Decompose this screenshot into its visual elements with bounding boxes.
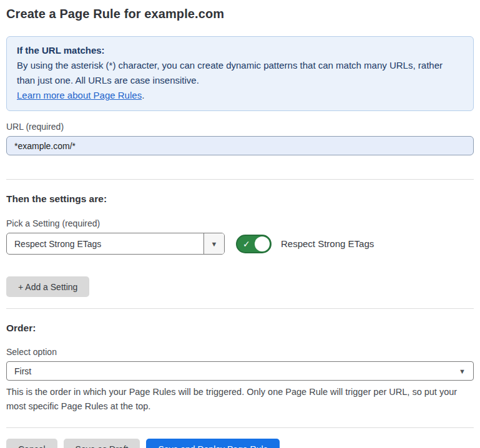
- info-box-heading: If the URL matches:: [17, 43, 463, 58]
- setting-toggle[interactable]: ✓: [236, 235, 272, 253]
- url-match-info-box: If the URL matches: By using the asteris…: [6, 36, 474, 111]
- settings-section-heading: Then the settings are:: [6, 193, 474, 205]
- chevron-down-icon: ▼: [459, 368, 466, 375]
- section-divider: [6, 179, 474, 180]
- check-icon: ✓: [243, 239, 250, 248]
- setting-row: Respect Strong ETags ▼ ✓ Respect Strong …: [6, 233, 474, 255]
- order-select-value: First: [14, 366, 31, 376]
- setting-toggle-group: ✓ Respect Strong ETags: [236, 235, 374, 253]
- footer-divider: [6, 427, 474, 428]
- save-and-deploy-button[interactable]: Save and Deploy Page Rule: [146, 439, 280, 448]
- add-setting-button[interactable]: + Add a Setting: [6, 276, 89, 297]
- chevron-down-icon: ▼: [211, 240, 218, 248]
- setting-select[interactable]: Respect Strong ETags ▼: [6, 233, 225, 255]
- order-section-heading: Order:: [6, 323, 474, 334]
- order-help-text: This is the order in which your Page Rul…: [6, 385, 471, 414]
- pick-setting-label: Pick a Setting (required): [6, 218, 474, 228]
- info-box-body: By using the asterisk (*) character, you…: [17, 58, 463, 88]
- info-box-link-line: Learn more about Page Rules.: [17, 88, 463, 103]
- link-period: .: [142, 90, 144, 100]
- setting-select-value: Respect Strong ETags: [7, 233, 203, 254]
- order-select[interactable]: First ▼: [6, 361, 474, 381]
- toggle-knob: [255, 236, 270, 251]
- setting-toggle-label: Respect Strong ETags: [281, 238, 374, 249]
- cancel-button[interactable]: Cancel: [6, 439, 57, 448]
- url-field-label: URL (required): [6, 122, 474, 132]
- learn-more-link[interactable]: Learn more about Page Rules: [17, 90, 142, 100]
- url-input[interactable]: [6, 136, 474, 155]
- section-divider: [6, 308, 474, 309]
- footer-actions: Cancel Save as Draft Save and Deploy Pag…: [6, 439, 474, 448]
- save-as-draft-button[interactable]: Save as Draft: [64, 439, 140, 448]
- order-select-label: Select option: [6, 347, 474, 357]
- create-page-rule-form: Create a Page Rule for example.com If th…: [0, 0, 480, 448]
- page-title: Create a Page Rule for example.com: [6, 0, 474, 21]
- setting-select-arrow-button[interactable]: ▼: [203, 233, 224, 254]
